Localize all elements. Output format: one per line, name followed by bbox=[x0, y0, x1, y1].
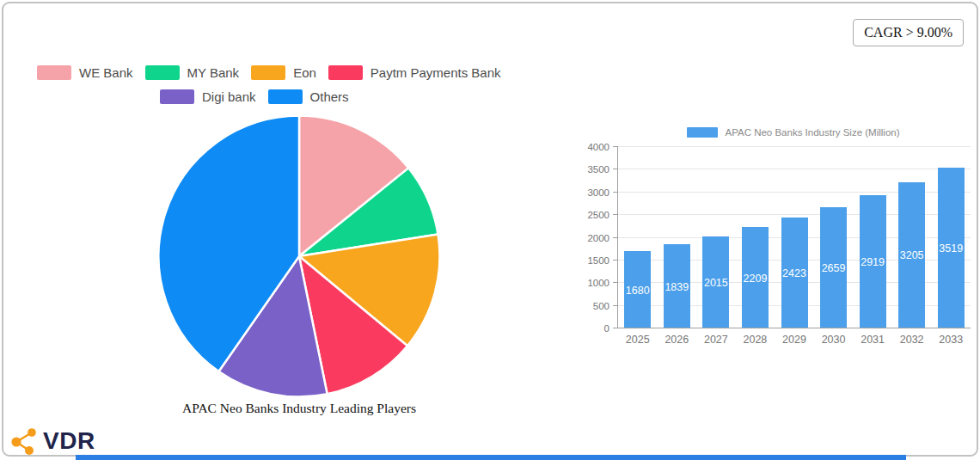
x-axis-label: 2032 bbox=[892, 334, 932, 346]
x-axis-label: 2031 bbox=[853, 334, 892, 346]
bottom-accent-bar bbox=[76, 455, 906, 460]
bar-legend-label: APAC Neo Banks Industry Size (Million) bbox=[725, 127, 899, 138]
bar-value-label: 3519 bbox=[938, 242, 965, 255]
pie-legend-row-2: Digi bankOthers bbox=[160, 89, 501, 104]
logo-text: VDR bbox=[43, 427, 95, 455]
bar-value-label: 2209 bbox=[742, 273, 769, 285]
pie-legend: WE BankMY BankEonPaytm Payments Bank Dig… bbox=[0, 65, 501, 113]
y-axis-tick bbox=[613, 260, 618, 261]
cagr-label: CAGR > 9.00% bbox=[864, 25, 952, 40]
bar-value-label: 2919 bbox=[860, 256, 886, 268]
y-axis-label: 3500 bbox=[573, 164, 609, 175]
legend-item-paytm-payments-bank: Paytm Payments Bank bbox=[328, 65, 501, 80]
pie-legend-row-1: WE BankMY BankEonPaytm Payments Bank bbox=[37, 65, 501, 80]
legend-swatch bbox=[328, 65, 363, 80]
legend-swatch bbox=[268, 89, 303, 104]
vdr-logo: VDR bbox=[9, 426, 95, 457]
bar-2027: 2015 bbox=[702, 236, 729, 328]
bar-2029: 2423 bbox=[781, 218, 808, 328]
gridline bbox=[618, 146, 971, 147]
legend-swatch bbox=[160, 89, 194, 104]
x-axis-label: 2026 bbox=[658, 334, 697, 346]
legend-label: MY Bank bbox=[187, 65, 240, 80]
y-axis-tick bbox=[613, 305, 618, 306]
y-axis-label: 4000 bbox=[573, 142, 609, 152]
y-axis-label: 0 bbox=[573, 323, 609, 334]
y-axis-tick bbox=[613, 214, 618, 215]
bar-value-label: 2659 bbox=[820, 262, 847, 274]
y-axis-label: 2000 bbox=[573, 233, 609, 243]
x-axis-label: 2028 bbox=[736, 334, 775, 346]
y-axis-label: 1000 bbox=[573, 278, 609, 288]
y-axis-tick bbox=[613, 237, 618, 238]
pie-chart bbox=[156, 113, 443, 400]
bar-chart-plot: 0500100015002000250030003500400016802025… bbox=[617, 146, 971, 328]
legend-label: Eon bbox=[293, 65, 316, 80]
bar-2028: 2209 bbox=[742, 227, 769, 328]
bar-2032: 3205 bbox=[898, 182, 925, 328]
y-axis-label: 3000 bbox=[573, 187, 609, 198]
cagr-badge: CAGR > 9.00% bbox=[853, 19, 964, 46]
bar-2025: 1680 bbox=[624, 251, 651, 328]
pie-chart-title: APAC Neo Banks Industry Leading Players bbox=[156, 401, 443, 416]
y-axis-label: 2500 bbox=[573, 210, 609, 220]
legend-label: Others bbox=[310, 89, 349, 104]
bar-2030: 2659 bbox=[820, 207, 847, 328]
legend-item-others: Others bbox=[268, 89, 349, 104]
bar-value-label: 1839 bbox=[664, 281, 690, 293]
bar-2031: 2919 bbox=[860, 195, 886, 328]
legend-item-digi-bank: Digi bank bbox=[160, 89, 256, 104]
y-axis-tick bbox=[613, 146, 618, 147]
legend-item-eon: Eon bbox=[251, 65, 316, 80]
y-axis-tick bbox=[613, 192, 618, 193]
legend-label: WE Bank bbox=[79, 65, 133, 80]
x-axis-label: 2027 bbox=[696, 334, 736, 346]
y-axis-tick bbox=[613, 328, 618, 328]
legend-item-we-bank: WE Bank bbox=[37, 65, 133, 80]
x-axis-label: 2025 bbox=[618, 334, 658, 346]
bar-2026: 1839 bbox=[664, 244, 690, 328]
legend-swatch bbox=[251, 65, 285, 80]
y-axis-label: 500 bbox=[573, 301, 609, 311]
bar-value-label: 1680 bbox=[624, 285, 651, 297]
legend-swatch bbox=[145, 65, 180, 80]
bar-2033: 3519 bbox=[938, 168, 965, 328]
bar-legend-swatch bbox=[687, 127, 718, 138]
y-axis-label: 1500 bbox=[573, 255, 609, 266]
legend-item-my-bank: MY Bank bbox=[145, 65, 240, 80]
bar-chart-legend: APAC Neo Banks Industry Size (Million) bbox=[617, 127, 970, 138]
y-axis-tick bbox=[613, 169, 618, 169]
legend-label: Digi bank bbox=[202, 89, 256, 104]
x-axis-label: 2029 bbox=[775, 334, 814, 346]
legend-label: Paytm Payments Bank bbox=[371, 65, 501, 80]
x-axis-label: 2030 bbox=[814, 334, 854, 346]
x-axis-label: 2033 bbox=[931, 334, 971, 346]
gridline bbox=[618, 169, 971, 169]
bar-value-label: 3205 bbox=[898, 249, 925, 261]
share-icon bbox=[9, 426, 40, 457]
legend-swatch bbox=[37, 65, 71, 80]
bar-value-label: 2423 bbox=[781, 267, 808, 279]
bar-value-label: 2015 bbox=[702, 277, 729, 289]
y-axis-tick bbox=[613, 282, 618, 283]
